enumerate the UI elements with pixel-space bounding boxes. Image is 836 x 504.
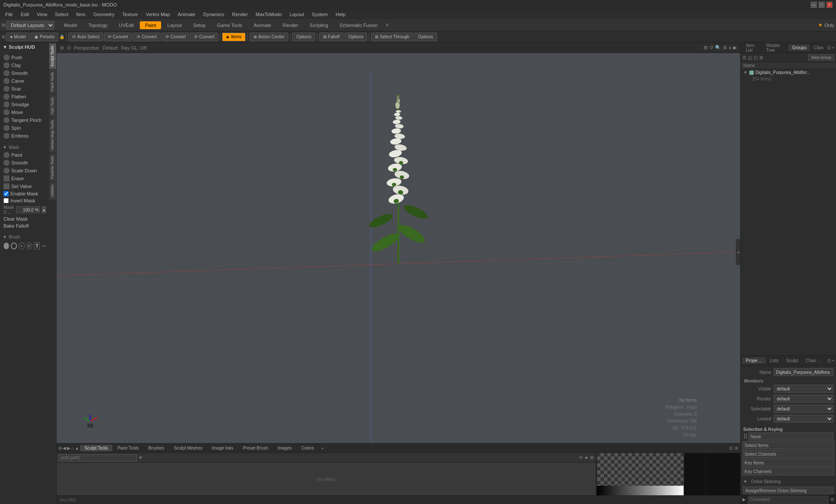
brush-ring-icon[interactable]	[11, 242, 17, 249]
menu-animate[interactable]: Animate	[174, 11, 199, 18]
tool-smooth[interactable]: Smooth	[1, 69, 49, 77]
tool-erase[interactable]: Erase	[1, 175, 49, 182]
tab-setup[interactable]: Setup	[188, 21, 211, 29]
collapse-icon[interactable]: ▼	[3, 44, 7, 50]
add-tab-button[interactable]: +	[384, 21, 391, 29]
viewport-perspective-label[interactable]: Perspective	[74, 45, 99, 50]
bottom-path-input[interactable]	[58, 454, 137, 461]
locked-select[interactable]: default	[774, 415, 833, 423]
brush-text-icon[interactable]: T	[34, 242, 40, 249]
menu-select[interactable]: Select	[51, 11, 72, 18]
options-button-3[interactable]: Options	[414, 33, 437, 41]
menu-edit[interactable]: Edit	[17, 11, 33, 18]
brush-more-button[interactable]: >>	[41, 244, 46, 248]
select-items-button[interactable]: Select Items	[742, 441, 834, 449]
layout-toggle-icon[interactable]: ⊞	[2, 23, 5, 27]
selectable-select[interactable]: default	[774, 405, 833, 413]
path-settings-icon[interactable]: ⚙	[590, 455, 594, 460]
options-button-2[interactable]: Options	[344, 33, 367, 41]
tool-push[interactable]: Push	[1, 54, 49, 61]
right-panel-maximize[interactable]: ⊡	[827, 45, 831, 50]
tab-colors[interactable]: Colors	[297, 445, 318, 451]
side-tab-particle-tools[interactable]: Particle Tools	[49, 153, 56, 181]
props-maximize[interactable]: ⊡	[827, 358, 831, 363]
tab-sculpt-tools[interactable]: Sculpt Tools	[80, 445, 112, 451]
convert-button-1[interactable]: ⟳ Convert	[104, 33, 132, 41]
menu-layout[interactable]: Layout	[286, 11, 307, 18]
close-button[interactable]: ✕	[826, 2, 833, 8]
invert-mask-checkbox[interactable]: Invert Mask	[1, 197, 49, 204]
tab-properties[interactable]: Prope ...	[742, 357, 766, 364]
brush-star-icon[interactable]: ✦	[19, 242, 24, 249]
action-center-button[interactable]: ⊕ Action Center	[249, 33, 289, 41]
select-through-button[interactable]: ⊞ Select Through	[371, 33, 413, 41]
bottom-maximize-icon[interactable]: ⊡	[729, 446, 733, 450]
item-list-filter-icon[interactable]: ☰	[742, 55, 746, 60]
bottom-nav-up[interactable]: ▲	[75, 446, 79, 450]
tab-topology[interactable]: Topology	[83, 21, 113, 29]
tool-smudge[interactable]: Smudge	[1, 101, 49, 108]
menu-texture[interactable]: Texture	[119, 11, 142, 18]
convert-button-2[interactable]: ⟳ Convert	[133, 33, 161, 41]
brush-link-icon[interactable]: ⛓	[27, 242, 32, 249]
maximize-button[interactable]: □	[819, 2, 825, 8]
tab-paint[interactable]: Paint	[140, 21, 161, 29]
brush-section-header[interactable]: ▼ Brush	[1, 233, 49, 241]
layout-dropdown[interactable]: Default Layouts	[6, 21, 54, 30]
tab-model[interactable]: Model	[59, 21, 82, 29]
bake-falloff-button[interactable]: Bake Falloff	[1, 222, 49, 229]
tab-item-list[interactable]: Item List	[742, 42, 762, 54]
tool-scale-down[interactable]: Scale Down	[1, 167, 49, 175]
bottom-add-tab[interactable]: +	[319, 445, 325, 452]
convert-button-3[interactable]: ⟳ Convert	[162, 33, 189, 41]
tool-emboss[interactable]: Emboss	[1, 132, 49, 140]
tab-paint-tools[interactable]: Paint Tools	[113, 445, 143, 451]
menu-dynamics[interactable]: Dynamics	[200, 11, 228, 18]
mask-opacity-input[interactable]	[16, 206, 40, 213]
tool-scar[interactable]: Scar	[1, 85, 49, 93]
tab-preset-brush[interactable]: Preset Brush	[239, 445, 273, 451]
tab-uvedit[interactable]: UVEdit	[114, 21, 139, 29]
minimize-button[interactable]: —	[811, 2, 817, 8]
viewport-maximize-icon[interactable]: ⊡	[67, 45, 71, 50]
viewport-icon-2[interactable]: ↺	[709, 45, 713, 50]
tab-lists[interactable]: Lists	[766, 357, 782, 364]
bottom-home-icon[interactable]: ⌂	[71, 446, 74, 450]
command-input[interactable]	[748, 496, 829, 504]
options-button-1[interactable]: Options	[292, 33, 315, 41]
presets-button[interactable]: ◉ Presets	[30, 33, 58, 41]
mask-section-header[interactable]: ▼ Mask	[1, 144, 49, 151]
none-button[interactable]: None	[748, 433, 833, 440]
menu-vertex-map[interactable]: Vertex Map	[142, 11, 174, 18]
right-item-digitalis[interactable]: ▼ Digitalis_Purpurea_Albiflor...	[741, 69, 836, 76]
bottom-nav-fwd[interactable]: ▶	[67, 446, 71, 450]
tab-layout[interactable]: Layout	[162, 21, 187, 29]
new-group-button[interactable]: New Group	[808, 54, 834, 60]
convert-button-4[interactable]: ⟳ Convert	[190, 33, 218, 41]
menu-geometry[interactable]: Geometry	[90, 11, 118, 18]
enable-mask-checkbox[interactable]: Enable Mask	[1, 190, 49, 197]
window-controls[interactable]: — □ ✕	[811, 2, 833, 8]
falloff-button[interactable]: ⊞ Falloff	[319, 33, 344, 41]
tab-sculpt-meshes[interactable]: Sculpt Meshes	[169, 445, 207, 451]
key-items-button[interactable]: Key Items	[742, 459, 834, 467]
menu-maxtomodo[interactable]: MaxToModo	[252, 11, 285, 18]
viewport-icon-5[interactable]: ≡	[729, 45, 732, 50]
path-star-icon[interactable]: ★	[584, 455, 588, 460]
tab-groups[interactable]: Groups	[789, 44, 810, 51]
tool-mask-smooth[interactable]: Smooth	[1, 159, 49, 167]
viewport-canvas[interactable]: X Y Z No Items Polygons : Face Channels:…	[57, 53, 740, 443]
enable-mask-input[interactable]	[3, 191, 9, 196]
auto-select-button[interactable]: ⟳ Auto Select	[68, 33, 103, 41]
clear-mask-button[interactable]: Clear Mask	[1, 215, 49, 222]
render-select[interactable]: default	[774, 395, 833, 403]
tool-clay[interactable]: Clay	[1, 61, 49, 69]
tool-mask-paint[interactable]: Paint	[1, 151, 49, 159]
viewport-menu-icon[interactable]: ⊞	[60, 45, 64, 50]
tool-spin[interactable]: Spin	[1, 124, 49, 132]
viewport-icon-4[interactable]: ⚙	[723, 45, 727, 50]
menu-system[interactable]: System	[308, 11, 331, 18]
tool-move[interactable]: Move	[1, 108, 49, 116]
path-dropdown[interactable]: ▼	[138, 455, 143, 460]
items-button[interactable]: ◈ Items	[222, 33, 245, 41]
